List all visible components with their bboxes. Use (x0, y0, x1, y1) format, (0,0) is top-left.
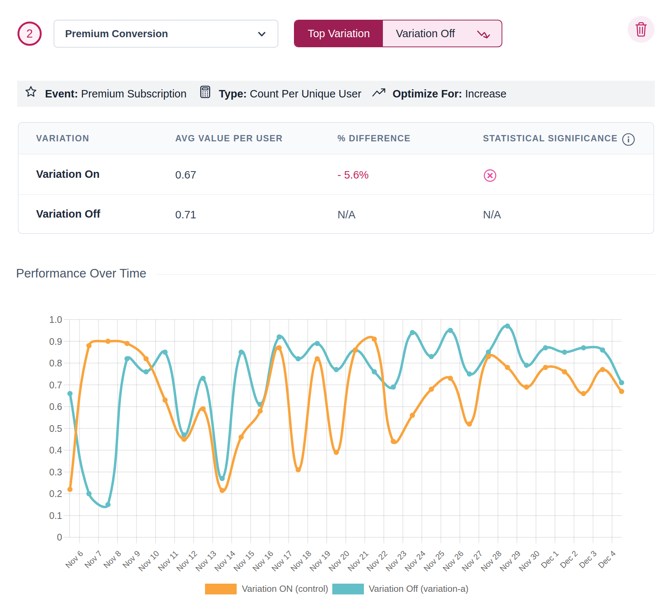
svg-text:Nov 21: Nov 21 (346, 549, 370, 573)
svg-text:0.4: 0.4 (49, 445, 62, 455)
svg-text:Nov 11: Nov 11 (156, 549, 180, 573)
svg-text:0.3: 0.3 (49, 467, 62, 477)
svg-text:Nov 13: Nov 13 (194, 549, 218, 573)
svg-text:0.5: 0.5 (49, 423, 62, 434)
svg-text:Nov 14: Nov 14 (213, 549, 237, 573)
svg-text:Nov 6: Nov 6 (64, 549, 85, 570)
svg-text:Nov 30: Nov 30 (517, 549, 541, 573)
svg-text:Nov 22: Nov 22 (365, 549, 389, 573)
svg-text:Nov 10: Nov 10 (137, 549, 161, 573)
svg-text:Nov 25: Nov 25 (422, 549, 446, 573)
svg-text:Nov 12: Nov 12 (175, 549, 199, 573)
svg-text:1.0: 1.0 (49, 314, 62, 325)
svg-text:0.6: 0.6 (49, 401, 62, 412)
svg-text:0.2: 0.2 (49, 488, 62, 499)
svg-text:Nov 18: Nov 18 (289, 549, 313, 573)
svg-text:0.9: 0.9 (49, 336, 62, 347)
svg-text:Nov 23: Nov 23 (384, 549, 408, 573)
svg-text:Nov 17: Nov 17 (270, 549, 294, 573)
svg-text:Dec 3: Dec 3 (577, 549, 599, 570)
svg-text:0.1: 0.1 (49, 510, 62, 521)
svg-text:Dec 1: Dec 1 (539, 549, 560, 570)
svg-text:0.8: 0.8 (49, 358, 62, 368)
svg-text:Dec 4: Dec 4 (596, 549, 618, 570)
svg-text:Nov 16: Nov 16 (251, 549, 275, 573)
svg-text:Variation ON (control): Variation ON (control) (242, 584, 328, 594)
svg-text:Nov 8: Nov 8 (102, 549, 123, 570)
svg-text:Nov 20: Nov 20 (327, 549, 351, 573)
svg-text:Nov 27: Nov 27 (460, 549, 484, 573)
svg-text:Nov 28: Nov 28 (479, 549, 503, 573)
svg-text:Dec 2: Dec 2 (559, 549, 580, 570)
svg-text:0: 0 (57, 532, 62, 542)
svg-text:Nov 19: Nov 19 (308, 549, 332, 573)
svg-text:Nov 24: Nov 24 (403, 549, 427, 573)
svg-text:0.7: 0.7 (49, 380, 62, 390)
svg-text:Nov 7: Nov 7 (83, 549, 104, 570)
svg-text:Nov 29: Nov 29 (498, 549, 522, 573)
svg-text:Variation Off (variation-a): Variation Off (variation-a) (369, 584, 468, 594)
svg-text:Nov 15: Nov 15 (232, 549, 256, 573)
svg-text:Nov 26: Nov 26 (441, 549, 465, 573)
